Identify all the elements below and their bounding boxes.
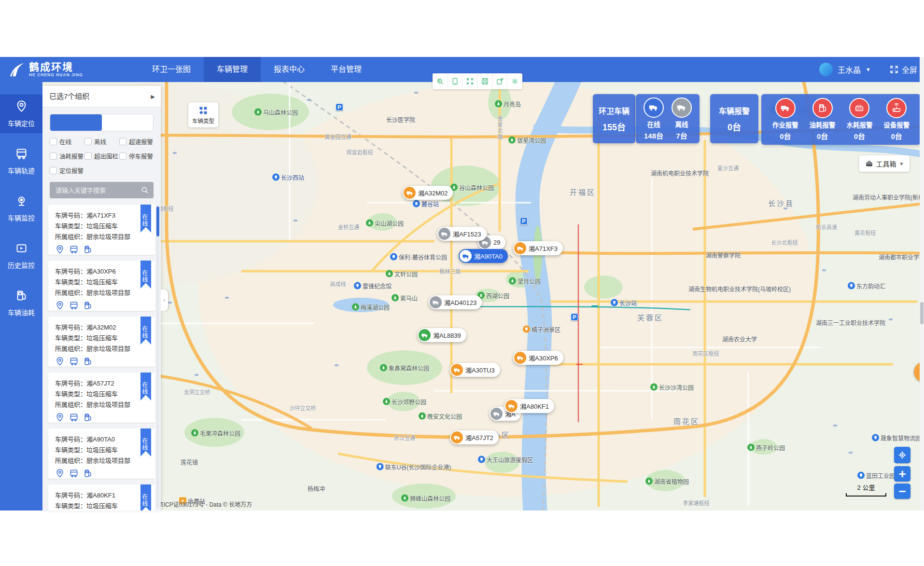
toolbar-zoom-icon[interactable]	[433, 73, 448, 89]
vehicle-marker[interactable]: 湘A30XP6	[513, 351, 563, 365]
checkbox[interactable]	[84, 138, 92, 145]
truck-icon	[514, 242, 526, 254]
alarm-icon	[812, 98, 833, 118]
online-truck-icon	[644, 97, 664, 118]
locate-button[interactable]	[894, 447, 910, 463]
checkbox[interactable]	[50, 138, 57, 145]
vehicle-marker[interactable]: 湘A71XF3	[513, 241, 563, 255]
fuel-vehicle-icon[interactable]	[83, 301, 93, 310]
vehicle-marker[interactable]: 湘AD40123	[429, 295, 482, 309]
filter-checkbox[interactable]: 油耗报警	[50, 152, 84, 161]
truck-icon	[430, 296, 442, 308]
vehicle-card[interactable]: 车牌号码：湘A80KF1 车辆类型：垃圾压缩车 所属组织：厨余垃圾项目部 在线	[48, 484, 155, 511]
locate-vehicle-icon[interactable]	[55, 469, 65, 478]
vehicle-marker[interactable]: 湘A30TU3	[450, 363, 500, 377]
map-place-label: 龙洞立交桥	[184, 388, 210, 396]
truck-icon	[404, 187, 416, 199]
filter-checkbox[interactable]: 超速报警	[119, 137, 154, 146]
vehicle-marker[interactable]: 湘A57JT2	[450, 430, 499, 444]
toolbox-button[interactable]: 工具箱 ▼	[859, 155, 910, 172]
toolbar-gear-icon[interactable]	[507, 73, 522, 89]
filter-checkbox[interactable]: 离线	[84, 137, 119, 146]
map-place-label: 湖南农业大学	[722, 335, 757, 343]
nav-item-车辆管理[interactable]: 车辆管理	[204, 57, 261, 82]
truck-icon	[505, 400, 518, 412]
vehicle-marker[interactable]: 湘AL8839	[418, 328, 466, 342]
track-vehicle-icon[interactable]	[69, 245, 79, 254]
toolbar-tablet-icon[interactable]	[448, 73, 462, 89]
vehicle-card[interactable]: 车牌号码：湘A30XP6 车辆类型：垃圾压缩车 所属组织：厨余垃圾项目部 在线	[48, 261, 155, 311]
locate-vehicle-icon[interactable]	[55, 413, 65, 422]
vehicle-card[interactable]: 车牌号码：湘A71XF3 车辆类型：垃圾压缩车 所属组织：厨余垃圾项目部 在线	[48, 205, 155, 255]
sidebar-item[interactable]: 车辆轨迹	[0, 142, 42, 180]
vehicle-marker[interactable]: 湘A90TA0	[459, 249, 508, 263]
vehicle-card[interactable]: 车牌号码：湘A90TA0 车辆类型：垃圾压缩车 所属组织：厨余垃圾项目部 在线	[48, 428, 155, 479]
vehicle-type-button[interactable]: 车辆类型	[188, 102, 218, 127]
vehicle-marker[interactable]: 湘A32M02	[403, 186, 453, 200]
toolbar-save-icon[interactable]	[477, 73, 492, 89]
place-icon	[523, 326, 530, 333]
road-shield	[889, 319, 893, 320]
track-vehicle-icon[interactable]	[69, 357, 79, 366]
map-place-label: 文轩公园	[386, 270, 418, 278]
place-icon	[509, 277, 516, 285]
checkbox[interactable]	[84, 152, 92, 160]
metro-line-badge	[591, 305, 598, 306]
track-vehicle-icon[interactable]	[69, 469, 79, 478]
zoom-in-button[interactable]: +	[894, 466, 910, 482]
vehicle-card[interactable]: 车牌号码：湘A32M02 车辆类型：垃圾压缩车 所属组织：厨余垃圾项目部 在线	[48, 317, 155, 367]
checkbox[interactable]	[50, 152, 57, 160]
locate-vehicle-icon[interactable]	[55, 245, 65, 254]
toolbar-share-icon[interactable]	[492, 73, 507, 89]
user-name[interactable]: 王水晶	[838, 64, 861, 75]
list-scrollbar[interactable]	[156, 205, 159, 509]
search-input[interactable]	[50, 182, 154, 198]
nav-item-报表中心[interactable]: 报表中心	[261, 57, 318, 82]
stat-alarm-group: 作业报警 0台 油耗报警 0台 水耗报警 0台 设备报警 0台	[761, 94, 921, 145]
org-selector[interactable]: 已选7个组织 ▶	[42, 86, 161, 107]
map-place-label: 枫林三路	[439, 267, 461, 275]
place-icon	[495, 100, 502, 108]
page-scrollbar[interactable]	[920, 57, 924, 511]
track-vehicle-icon[interactable]	[69, 413, 79, 422]
vehicle-marker[interactable]: 湘A80KF1	[504, 399, 554, 413]
nav-item-平台管理[interactable]: 平台管理	[318, 57, 375, 82]
filter-checkbox[interactable]: 超出围栏	[84, 152, 119, 161]
truck-icon	[451, 364, 463, 376]
checkbox[interactable]	[119, 152, 126, 160]
track-vehicle-icon[interactable]	[69, 301, 79, 310]
sidebar-item[interactable]: 车辆定位	[0, 95, 42, 133]
sidebar-item[interactable]: 车辆油耗	[0, 284, 42, 322]
vehicle-card[interactable]: 车牌号码：湘A57JT2 车辆类型：垃圾压缩车 所属组织：厨余垃圾项目部 在线	[48, 373, 155, 423]
toolbar-expand-icon[interactable]	[462, 73, 477, 89]
fuel-vehicle-icon[interactable]	[83, 413, 93, 422]
map-place-label: 银星湾公园	[508, 136, 546, 144]
mode-tab[interactable]	[50, 114, 102, 131]
filter-checkbox[interactable]: 停车报警	[119, 152, 154, 161]
fuel-vehicle-icon[interactable]	[83, 469, 93, 478]
search-icon	[140, 186, 149, 194]
truck-icon	[490, 408, 503, 420]
fuel-vehicle-icon[interactable]	[83, 357, 93, 366]
avatar[interactable]	[819, 63, 833, 76]
sidebar-item[interactable]: 历史监控	[0, 236, 42, 275]
filter-checkbox[interactable]: 定位报警	[50, 166, 84, 175]
locate-vehicle-icon[interactable]	[55, 357, 65, 366]
zoom-out-button[interactable]: −	[894, 483, 910, 499]
panel-collapse-handle[interactable]: ‹	[161, 290, 168, 311]
locate-vehicle-icon[interactable]	[55, 301, 65, 310]
chevron-down-icon[interactable]: ▼	[866, 67, 871, 72]
fuel-vehicle-icon[interactable]	[83, 245, 93, 254]
checkbox[interactable]	[119, 138, 126, 145]
map-place-label: 长沙西站	[272, 173, 304, 181]
map-place-label: 乌山森林公园	[254, 108, 298, 116]
map-place-label: 联东U谷(长沙国际企业港)	[377, 463, 451, 471]
checkbox[interactable]	[50, 167, 57, 174]
filter-checkbox[interactable]: 在线	[50, 137, 84, 146]
mode-tab[interactable]	[102, 114, 154, 131]
vehicle-marker[interactable]: 湘AF1523	[437, 227, 487, 241]
truck-icon	[451, 431, 463, 443]
nav-item-环卫一张图[interactable]: 环卫一张图	[139, 57, 204, 82]
fullscreen-button[interactable]: 全屏	[889, 64, 917, 75]
sidebar-item[interactable]: 车辆监控	[0, 189, 42, 228]
